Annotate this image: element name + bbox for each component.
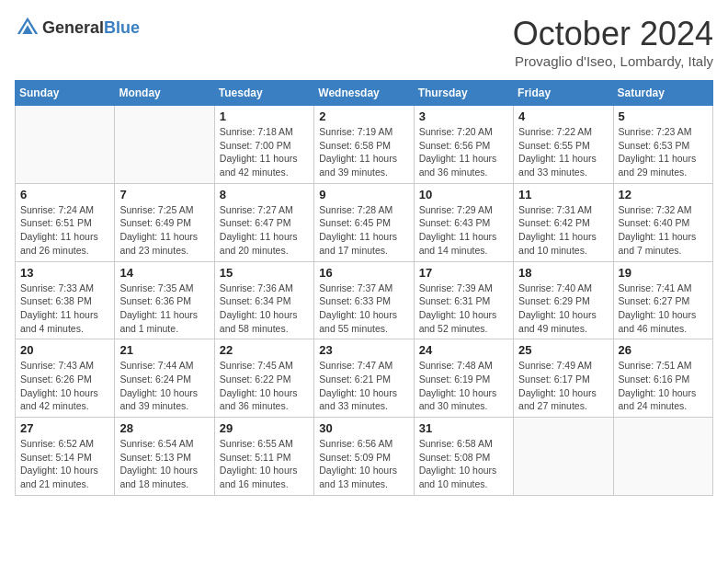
calendar-cell: 8Sunrise: 7:27 AMSunset: 6:47 PMDaylight…	[214, 183, 313, 261]
day-number: 29	[220, 421, 309, 435]
calendar-header-cell: Saturday	[613, 81, 712, 106]
day-number: 11	[518, 188, 608, 201]
day-info: Sunrise: 7:39 AMSunset: 6:31 PMDaylight:…	[419, 282, 508, 336]
day-number: 19	[619, 266, 708, 280]
calendar-week-row: 27Sunrise: 6:52 AMSunset: 5:14 PMDayligh…	[16, 418, 713, 496]
calendar-header-cell: Tuesday	[214, 81, 313, 106]
calendar-cell: 3Sunrise: 7:20 AMSunset: 6:56 PMDaylight…	[414, 106, 513, 184]
logo: GeneralBlue	[15, 15, 140, 40]
day-number: 15	[220, 266, 309, 280]
calendar: SundayMondayTuesdayWednesdayThursdayFrid…	[15, 80, 713, 496]
day-number: 23	[319, 343, 408, 357]
day-number: 4	[518, 109, 608, 123]
day-info: Sunrise: 7:27 AMSunset: 6:47 PMDaylight:…	[220, 203, 309, 258]
day-info: Sunrise: 7:47 AMSunset: 6:21 PMDaylight:…	[319, 359, 408, 413]
calendar-cell: 6Sunrise: 7:24 AMSunset: 6:51 PMDaylight…	[16, 183, 115, 261]
day-info: Sunrise: 7:37 AMSunset: 6:33 PMDaylight:…	[319, 282, 408, 336]
day-info: Sunrise: 7:31 AMSunset: 6:42 PMDaylight:…	[518, 203, 608, 258]
calendar-cell: 26Sunrise: 7:51 AMSunset: 6:16 PMDayligh…	[613, 339, 712, 418]
calendar-header-cell: Monday	[115, 81, 214, 106]
day-info: Sunrise: 6:55 AMSunset: 5:11 PMDaylight:…	[220, 437, 309, 491]
day-number: 20	[20, 343, 109, 357]
calendar-cell: 25Sunrise: 7:49 AMSunset: 6:17 PMDayligh…	[514, 339, 613, 418]
calendar-header-cell: Wednesday	[314, 81, 414, 106]
day-number: 2	[319, 109, 408, 123]
day-info: Sunrise: 7:48 AMSunset: 6:19 PMDaylight:…	[419, 359, 508, 413]
calendar-cell: 21Sunrise: 7:44 AMSunset: 6:24 PMDayligh…	[115, 339, 214, 418]
calendar-cell: 27Sunrise: 6:52 AMSunset: 5:14 PMDayligh…	[16, 418, 115, 496]
day-number: 24	[419, 343, 508, 357]
title-block: October 2024 Provaglio d'Iseo, Lombardy,…	[513, 15, 713, 69]
calendar-cell	[115, 106, 214, 184]
day-number: 18	[518, 266, 608, 280]
day-info: Sunrise: 7:49 AMSunset: 6:17 PMDaylight:…	[518, 359, 608, 413]
calendar-cell: 1Sunrise: 7:18 AMSunset: 7:00 PMDaylight…	[214, 106, 313, 184]
day-info: Sunrise: 7:20 AMSunset: 6:56 PMDaylight:…	[419, 125, 508, 179]
day-number: 3	[419, 109, 508, 123]
day-number: 8	[220, 188, 309, 201]
calendar-cell: 7Sunrise: 7:25 AMSunset: 6:49 PMDaylight…	[115, 183, 214, 261]
logo-text-general: General	[42, 18, 104, 37]
day-info: Sunrise: 7:44 AMSunset: 6:24 PMDaylight:…	[119, 359, 209, 413]
day-info: Sunrise: 7:18 AMSunset: 7:00 PMDaylight:…	[220, 125, 309, 179]
calendar-cell: 30Sunrise: 6:56 AMSunset: 5:09 PMDayligh…	[314, 418, 414, 496]
calendar-cell: 20Sunrise: 7:43 AMSunset: 6:26 PMDayligh…	[16, 339, 115, 418]
calendar-cell	[16, 106, 115, 184]
day-info: Sunrise: 7:25 AMSunset: 6:49 PMDaylight:…	[119, 203, 209, 258]
day-info: Sunrise: 7:22 AMSunset: 6:55 PMDaylight:…	[518, 125, 608, 179]
day-number: 12	[619, 188, 708, 201]
day-info: Sunrise: 7:35 AMSunset: 6:36 PMDaylight:…	[119, 282, 209, 336]
calendar-body: 1Sunrise: 7:18 AMSunset: 7:00 PMDaylight…	[16, 106, 713, 496]
calendar-header-cell: Friday	[514, 81, 613, 106]
day-number: 10	[419, 188, 508, 201]
location-title: Provaglio d'Iseo, Lombardy, Italy	[513, 53, 713, 69]
calendar-cell: 9Sunrise: 7:28 AMSunset: 6:45 PMDaylight…	[314, 183, 414, 261]
calendar-header-cell: Thursday	[414, 81, 513, 106]
calendar-week-row: 1Sunrise: 7:18 AMSunset: 7:00 PMDaylight…	[16, 106, 713, 184]
day-number: 22	[220, 343, 309, 357]
day-info: Sunrise: 6:56 AMSunset: 5:09 PMDaylight:…	[319, 437, 408, 491]
calendar-cell: 13Sunrise: 7:33 AMSunset: 6:38 PMDayligh…	[16, 261, 115, 339]
calendar-cell: 29Sunrise: 6:55 AMSunset: 5:11 PMDayligh…	[214, 418, 313, 496]
day-info: Sunrise: 7:43 AMSunset: 6:26 PMDaylight:…	[20, 359, 109, 413]
logo-text-blue: Blue	[104, 18, 140, 37]
page-header: GeneralBlue October 2024 Provaglio d'Ise…	[15, 15, 713, 69]
day-number: 5	[619, 109, 708, 123]
day-number: 31	[419, 421, 508, 435]
logo-icon	[15, 15, 40, 40]
calendar-cell: 14Sunrise: 7:35 AMSunset: 6:36 PMDayligh…	[115, 261, 214, 339]
day-number: 26	[619, 343, 708, 357]
calendar-week-row: 20Sunrise: 7:43 AMSunset: 6:26 PMDayligh…	[16, 339, 713, 418]
calendar-cell: 28Sunrise: 6:54 AMSunset: 5:13 PMDayligh…	[115, 418, 214, 496]
day-number: 17	[419, 266, 508, 280]
calendar-cell: 22Sunrise: 7:45 AMSunset: 6:22 PMDayligh…	[214, 339, 313, 418]
month-title: October 2024	[513, 15, 713, 53]
calendar-cell: 16Sunrise: 7:37 AMSunset: 6:33 PMDayligh…	[314, 261, 414, 339]
day-number: 1	[220, 109, 309, 123]
day-number: 21	[119, 343, 209, 357]
calendar-cell: 23Sunrise: 7:47 AMSunset: 6:21 PMDayligh…	[314, 339, 414, 418]
day-number: 16	[319, 266, 408, 280]
day-info: Sunrise: 6:54 AMSunset: 5:13 PMDaylight:…	[119, 437, 209, 491]
calendar-cell: 12Sunrise: 7:32 AMSunset: 6:40 PMDayligh…	[613, 183, 712, 261]
day-number: 28	[119, 421, 209, 435]
day-info: Sunrise: 7:36 AMSunset: 6:34 PMDaylight:…	[220, 282, 309, 336]
day-info: Sunrise: 7:29 AMSunset: 6:43 PMDaylight:…	[419, 203, 508, 258]
day-info: Sunrise: 7:19 AMSunset: 6:58 PMDaylight:…	[319, 125, 408, 179]
day-number: 7	[119, 188, 209, 201]
calendar-week-row: 13Sunrise: 7:33 AMSunset: 6:38 PMDayligh…	[16, 261, 713, 339]
day-info: Sunrise: 7:23 AMSunset: 6:53 PMDaylight:…	[619, 125, 708, 179]
calendar-cell: 17Sunrise: 7:39 AMSunset: 6:31 PMDayligh…	[414, 261, 513, 339]
day-info: Sunrise: 6:58 AMSunset: 5:08 PMDaylight:…	[419, 437, 508, 491]
day-info: Sunrise: 6:52 AMSunset: 5:14 PMDaylight:…	[20, 437, 109, 491]
day-number: 27	[20, 421, 109, 435]
day-info: Sunrise: 7:33 AMSunset: 6:38 PMDaylight:…	[20, 282, 109, 336]
calendar-week-row: 6Sunrise: 7:24 AMSunset: 6:51 PMDaylight…	[16, 183, 713, 261]
day-info: Sunrise: 7:28 AMSunset: 6:45 PMDaylight:…	[319, 203, 408, 258]
day-number: 9	[319, 188, 408, 201]
calendar-cell: 24Sunrise: 7:48 AMSunset: 6:19 PMDayligh…	[414, 339, 513, 418]
calendar-header-cell: Sunday	[16, 81, 115, 106]
calendar-cell: 11Sunrise: 7:31 AMSunset: 6:42 PMDayligh…	[514, 183, 613, 261]
day-info: Sunrise: 7:45 AMSunset: 6:22 PMDaylight:…	[220, 359, 309, 413]
day-number: 30	[319, 421, 408, 435]
